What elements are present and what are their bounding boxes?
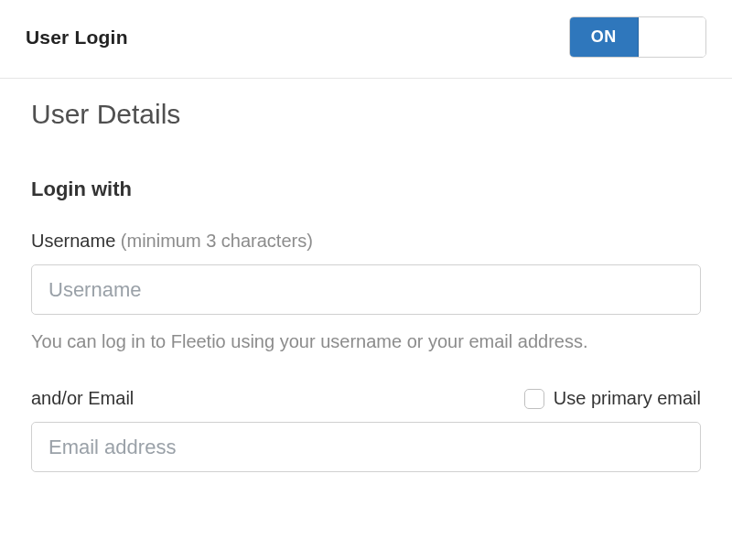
username-helper-text: You can log in to Fleetio using your use… <box>31 328 701 355</box>
user-login-title: User Login <box>26 27 128 48</box>
use-primary-email-wrap: Use primary email <box>524 388 701 409</box>
email-field-label: and/or Email <box>31 388 134 409</box>
user-details-heading: User Details <box>31 99 701 130</box>
email-label-row: and/or Email Use primary email <box>31 388 701 409</box>
username-input[interactable] <box>31 264 701 315</box>
content-area: User Details Login with Username (minimu… <box>0 79 732 472</box>
use-primary-email-label[interactable]: Use primary email <box>554 388 701 409</box>
user-login-toggle[interactable]: ON <box>569 16 706 58</box>
toggle-on-label: ON <box>570 17 639 57</box>
username-field-label: Username (minimum 3 characters) <box>31 231 701 252</box>
toggle-off-side <box>639 17 706 57</box>
username-hint: (minimum 3 characters) <box>121 231 313 251</box>
header-row: User Login ON <box>0 0 732 79</box>
username-label-text: Username <box>31 231 115 251</box>
login-with-label: Login with <box>31 178 701 201</box>
email-input[interactable] <box>31 422 701 472</box>
use-primary-email-checkbox[interactable] <box>524 389 544 409</box>
